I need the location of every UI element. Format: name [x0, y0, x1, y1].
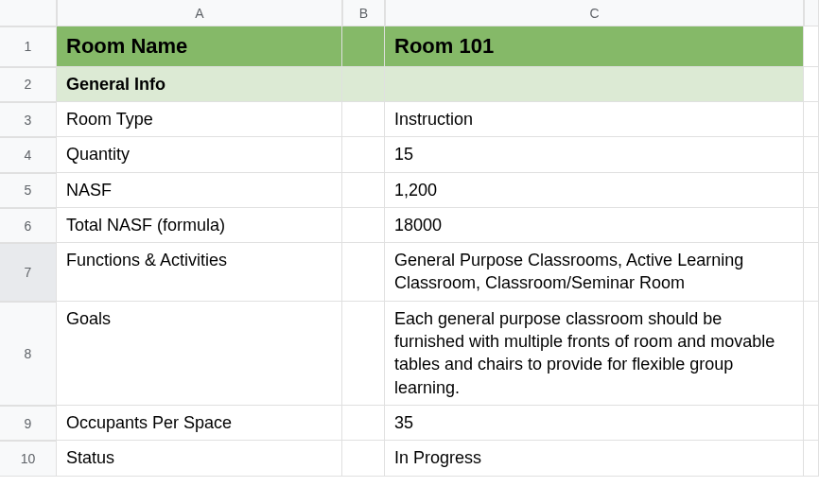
cell-overflow-9 — [804, 406, 819, 441]
row-header-10[interactable]: 10 — [0, 441, 57, 476]
cell-c1[interactable]: Room 101 — [385, 26, 804, 67]
cell-overflow-6 — [804, 208, 819, 243]
cell-overflow-1 — [804, 26, 819, 67]
col-header-c[interactable]: C — [385, 0, 804, 26]
row-header-1[interactable]: 1 — [0, 26, 57, 67]
cell-a4[interactable]: Quantity — [57, 137, 342, 172]
row-header-5[interactable]: 5 — [0, 173, 57, 208]
cell-a8[interactable]: Goals — [57, 302, 342, 406]
cell-b5[interactable] — [342, 173, 385, 208]
cell-a1[interactable]: Room Name — [57, 26, 342, 67]
cell-overflow-2 — [804, 67, 819, 102]
cell-overflow-8 — [804, 302, 819, 406]
col-header-a[interactable]: A — [57, 0, 342, 26]
cell-c7[interactable]: General Purpose Classrooms, Active Learn… — [385, 243, 804, 302]
cell-b7[interactable] — [342, 243, 385, 302]
cell-b3[interactable] — [342, 102, 385, 137]
spreadsheet-grid[interactable]: A B C 1 Room Name Room 101 2 General Inf… — [0, 0, 819, 477]
cell-overflow-5 — [804, 173, 819, 208]
cell-overflow-10 — [804, 441, 819, 476]
cell-a6[interactable]: Total NASF (formula) — [57, 208, 342, 243]
cell-a10[interactable]: Status — [57, 441, 342, 476]
cell-c8[interactable]: Each general purpose classroom should be… — [385, 302, 804, 406]
cell-b1[interactable] — [342, 26, 385, 67]
cell-b8[interactable] — [342, 302, 385, 406]
cell-overflow-3 — [804, 102, 819, 137]
cell-b10[interactable] — [342, 441, 385, 476]
cell-c6[interactable]: 18000 — [385, 208, 804, 243]
row-header-7[interactable]: 7 — [0, 243, 57, 302]
row-header-4[interactable]: 4 — [0, 137, 57, 172]
col-header-overflow — [804, 0, 819, 26]
cell-c9[interactable]: 35 — [385, 406, 804, 441]
cell-c10[interactable]: In Progress — [385, 441, 804, 476]
cell-b9[interactable] — [342, 406, 385, 441]
cell-c5[interactable]: 1,200 — [385, 173, 804, 208]
row-header-2[interactable]: 2 — [0, 67, 57, 102]
cell-a3[interactable]: Room Type — [57, 102, 342, 137]
cell-a7[interactable]: Functions & Activities — [57, 243, 342, 302]
cell-c3[interactable]: Instruction — [385, 102, 804, 137]
cell-b6[interactable] — [342, 208, 385, 243]
cell-b4[interactable] — [342, 137, 385, 172]
col-header-b[interactable]: B — [342, 0, 385, 26]
cell-a9[interactable]: Occupants Per Space — [57, 406, 342, 441]
row-header-9[interactable]: 9 — [0, 406, 57, 441]
cell-overflow-7 — [804, 243, 819, 302]
cell-a2[interactable]: General Info — [57, 67, 342, 102]
cell-c4[interactable]: 15 — [385, 137, 804, 172]
cell-c2[interactable] — [385, 67, 804, 102]
cell-overflow-4 — [804, 137, 819, 172]
corner-cell[interactable] — [0, 0, 57, 26]
row-header-8[interactable]: 8 — [0, 302, 57, 406]
row-header-3[interactable]: 3 — [0, 102, 57, 137]
row-header-6[interactable]: 6 — [0, 208, 57, 243]
cell-a5[interactable]: NASF — [57, 173, 342, 208]
cell-b2[interactable] — [342, 67, 385, 102]
